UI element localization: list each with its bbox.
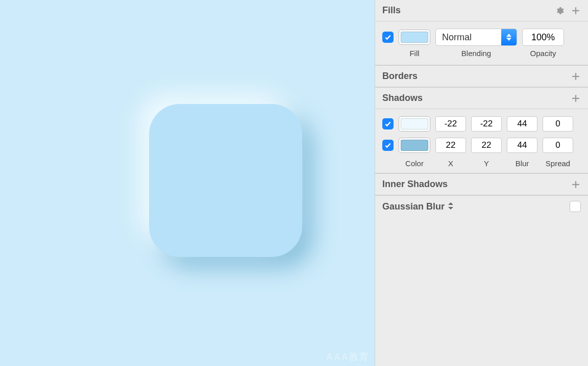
add-fill-icon[interactable] [571,6,581,16]
opacity-label: Opacity [522,49,564,58]
inner-shadows-header: Inner Shadows [375,173,588,195]
fill-enabled-checkbox[interactable] [382,32,394,43]
canvas[interactable]: AAA教育 [0,0,375,366]
fill-color-swatch[interactable] [399,30,430,45]
updown-icon[interactable] [448,202,454,212]
fills-header: Fills [375,0,588,21]
blending-select[interactable]: Normal [435,29,517,46]
blending-label: Blending [435,49,517,58]
borders-title: Borders [382,71,418,82]
gaussian-enabled-checkbox[interactable] [570,201,581,212]
svg-marker-3 [506,38,511,41]
add-border-icon[interactable] [571,71,581,82]
shadow-x-input[interactable] [435,138,466,153]
svg-marker-2 [506,34,511,37]
color-label: Color [399,159,430,168]
shadow-y-input[interactable] [471,138,502,153]
inner-shadows-title: Inner Shadows [382,179,448,190]
shadow-color-swatch[interactable] [399,138,430,153]
shadow-blur-input[interactable] [507,116,537,132]
shadow-enabled-checkbox[interactable] [382,140,394,151]
shadow-row [382,138,581,153]
y-label: Y [471,159,502,168]
svg-marker-10 [448,202,453,205]
shadows-header: Shadows [375,87,588,109]
watermark: AAA教育 [326,351,370,363]
shadows-title: Shadows [382,93,423,103]
shadow-color-swatch[interactable] [399,116,430,132]
blending-value: Normal [442,32,472,43]
shadow-enabled-checkbox[interactable] [382,118,394,129]
svg-marker-11 [448,207,453,210]
spread-label: Spread [543,159,573,168]
gear-icon[interactable] [554,6,565,16]
gaussian-blur-title: Gaussian Blur [382,201,445,212]
shadow-row [382,116,581,132]
fill-label: Fill [399,49,430,58]
x-label: X [435,159,466,168]
shadow-blur-input[interactable] [507,138,537,153]
select-stepper-icon[interactable] [501,29,517,45]
inspector-panel: Fills Normal [375,0,588,366]
add-inner-shadow-icon[interactable] [571,179,581,190]
gaussian-blur-row: Gaussian Blur [375,195,588,217]
shadow-y-input[interactable] [471,116,502,132]
neumorphic-shape[interactable] [149,104,302,257]
fills-body: Normal Fill Blending Opacity [375,21,588,65]
shadow-spread-input[interactable] [543,116,573,132]
shadows-body: Color X Y Blur Spread [375,109,588,173]
blur-label: Blur [507,159,537,168]
add-shadow-icon[interactable] [571,93,581,103]
shadow-spread-input[interactable] [543,138,573,153]
shadow-x-input[interactable] [435,116,466,132]
fills-title: Fills [382,5,401,16]
opacity-input[interactable] [522,29,564,46]
borders-header: Borders [375,65,588,87]
